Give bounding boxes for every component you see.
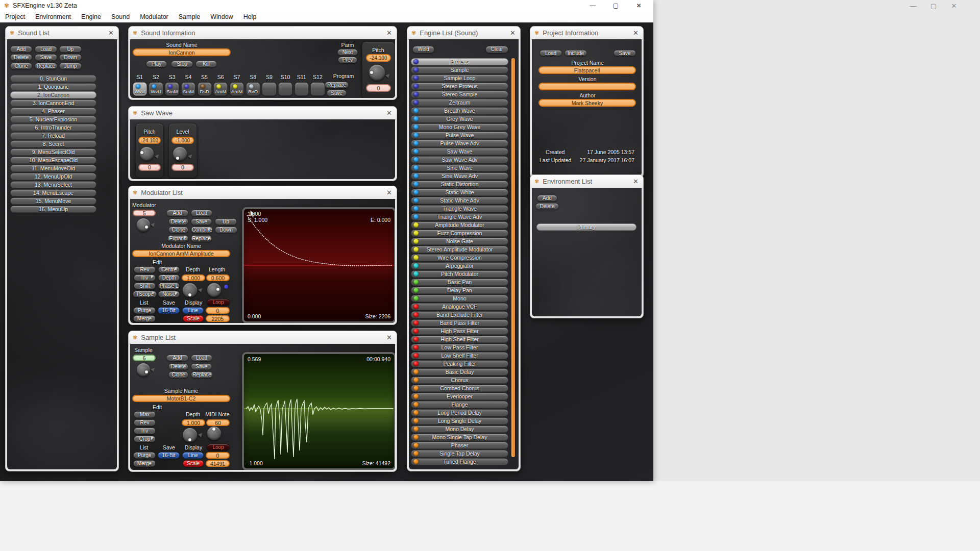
close-icon[interactable]: ✕: [386, 189, 392, 196]
loop-end-field[interactable]: 2205: [206, 315, 230, 322]
engine-list-scrollbar[interactable]: [511, 58, 515, 457]
engine-list-item[interactable]: Amplitude Modulator: [411, 221, 508, 229]
kill-button[interactable]: Kill: [195, 61, 217, 67]
engine-list-item[interactable]: Combed Chorus: [411, 385, 508, 392]
merge-button[interactable]: Merge: [133, 315, 156, 322]
sound-information-titlebar[interactable]: ✾ Sound Information ✕: [129, 27, 397, 40]
next-button[interactable]: Next: [337, 49, 358, 56]
load-button[interactable]: Load: [191, 210, 212, 216]
purge-button[interactable]: Purge: [133, 452, 156, 459]
minimize-button[interactable]: —: [581, 0, 604, 11]
sound-list-titlebar[interactable]: ✾ Sound List ✕: [6, 27, 118, 40]
engine-list-item[interactable]: Mono Delay: [411, 425, 508, 433]
engine-list-item[interactable]: Delay Pan: [411, 287, 508, 294]
save-button[interactable]: Save: [35, 54, 57, 61]
close-icon[interactable]: ✕: [633, 29, 639, 37]
sound-list-item[interactable]: 3. IonCannonEnd: [10, 99, 96, 107]
engine-list-titlebar[interactable]: ✾ Engine List (Sound) ✕: [407, 27, 520, 40]
delete-button[interactable]: Delete: [535, 203, 559, 210]
inv-button[interactable]: Inv: [134, 274, 156, 281]
sample-list-titlebar[interactable]: ✾ Sample List ✕: [129, 331, 397, 344]
slot-button-s4[interactable]: SmM: [181, 82, 195, 96]
pitch-knob[interactable]: [140, 147, 154, 161]
sound-list-item[interactable]: 15. MenuMove: [10, 197, 96, 205]
save-button[interactable]: Save: [614, 50, 636, 56]
sound-list-item[interactable]: 7. Reload: [10, 132, 96, 139]
engine-list-item[interactable]: Tuned Flange: [411, 458, 508, 465]
clone-button[interactable]: Clone: [168, 371, 188, 378]
load-button[interactable]: Load: [540, 50, 562, 56]
sound-list-item[interactable]: 0. StunGun: [10, 75, 96, 82]
sound-list-item[interactable]: 14. MenuEscape: [10, 189, 96, 196]
close-icon[interactable]: ✕: [949, 2, 959, 10]
engine-list-item[interactable]: Basic Delay: [411, 368, 508, 375]
depth-value-field[interactable]: 1.000: [182, 274, 205, 281]
engine-list-item[interactable]: Noise Gate: [411, 238, 508, 245]
16bit-button[interactable]: 16-Bit: [158, 307, 180, 314]
environment-list-titlebar[interactable]: ✾ Environment List ✕: [530, 175, 643, 188]
project-information-titlebar[interactable]: ✾ Project Information ✕: [530, 27, 643, 40]
stop-button[interactable]: Stop: [171, 61, 193, 67]
close-button[interactable]: ✕: [627, 0, 650, 11]
down-button[interactable]: Down: [59, 54, 82, 61]
delete-button[interactable]: Delete: [10, 54, 32, 61]
prev-button[interactable]: Prev: [338, 57, 357, 63]
play-button[interactable]: Play: [146, 61, 167, 67]
shift-button[interactable]: Shift: [134, 283, 156, 289]
menu-environment[interactable]: Environment: [30, 13, 76, 20]
engine-list-item[interactable]: Proteus: [411, 58, 508, 65]
menu-engine[interactable]: Engine: [76, 13, 106, 20]
engine-list-item[interactable]: Analogue VCF: [411, 303, 508, 310]
sound-list-item[interactable]: 16. MenuUp: [10, 206, 96, 213]
loop-button[interactable]: Loop: [207, 299, 230, 306]
sound-list-item[interactable]: 10. MenuEscapeOld: [10, 157, 96, 164]
maximize-button[interactable]: ▢: [604, 0, 627, 11]
modulator-index-field[interactable]: 5: [133, 210, 156, 216]
add-button[interactable]: Add: [166, 210, 188, 216]
app-titlebar[interactable]: ✾ SFXEngine v1.30 Zeta — ▢ ✕: [0, 0, 653, 11]
engine-list-item[interactable]: Triangle Wave: [411, 205, 508, 212]
save-button[interactable]: Save: [191, 218, 212, 225]
engine-list-item[interactable]: Static Distortion: [411, 181, 508, 188]
slot-button-s12[interactable]: [310, 82, 325, 96]
16bit-button[interactable]: 16-Bit: [158, 452, 180, 459]
engine-list-item[interactable]: Pulse Wave: [411, 132, 508, 139]
replace-button[interactable]: Replace: [191, 235, 212, 242]
engine-list-item[interactable]: Peaking Filter: [411, 360, 508, 367]
include-button[interactable]: Include: [565, 50, 587, 56]
engine-list-item[interactable]: Flange: [411, 401, 508, 408]
sound-list-item[interactable]: 1. Quoquaric: [10, 83, 96, 90]
engine-list-item[interactable]: Basic Pan: [411, 279, 508, 286]
engine-list-item[interactable]: High Shelf Filter: [411, 336, 508, 343]
midi-note-field[interactable]: 60: [206, 419, 230, 426]
sound-list-item[interactable]: 2. IonCannon: [10, 91, 96, 98]
engine-list-item[interactable]: Wire Compression: [411, 254, 508, 261]
load-button[interactable]: Load: [35, 46, 57, 53]
phase-button[interactable]: Phase L: [158, 283, 180, 289]
centre-button[interactable]: Centre: [158, 266, 180, 273]
sample-waveform-display[interactable]: 0.569 00:00.940 -1.000 Size: 41492: [242, 352, 395, 470]
slot-button-s8[interactable]: RvO: [246, 82, 260, 96]
tscope-button[interactable]: TScope: [133, 291, 157, 297]
modulator-index-knob[interactable]: [137, 218, 150, 232]
sound-list-item[interactable]: 13. MenuSelect: [10, 181, 96, 188]
load-button[interactable]: Load: [191, 355, 212, 361]
close-icon[interactable]: ✕: [510, 29, 516, 37]
pitch-knob[interactable]: [369, 65, 385, 81]
line-button[interactable]: Line: [182, 452, 204, 459]
menu-project[interactable]: Project: [0, 13, 30, 20]
scale-button[interactable]: Scale: [183, 460, 204, 467]
engine-list-item[interactable]: Everlooper: [411, 393, 508, 400]
sample-index-field[interactable]: 6: [133, 355, 156, 361]
up-button[interactable]: Up: [215, 218, 237, 225]
engine-list-item[interactable]: Chorus: [411, 377, 508, 384]
save-button[interactable]: Save: [191, 363, 212, 370]
modulator-list-titlebar[interactable]: ✾ Modulator List ✕: [129, 186, 397, 199]
slot-button-s6[interactable]: AmM: [213, 82, 228, 96]
environment-list-item[interactable]: Primary: [536, 223, 636, 231]
project-name-field[interactable]: FlatspaceII: [538, 66, 636, 74]
merge-button[interactable]: Merge: [133, 460, 156, 467]
close-icon[interactable]: ✕: [386, 334, 392, 341]
engine-list-item[interactable]: Mono Grey Wave: [411, 123, 508, 131]
replace-button[interactable]: Replace: [35, 63, 57, 69]
